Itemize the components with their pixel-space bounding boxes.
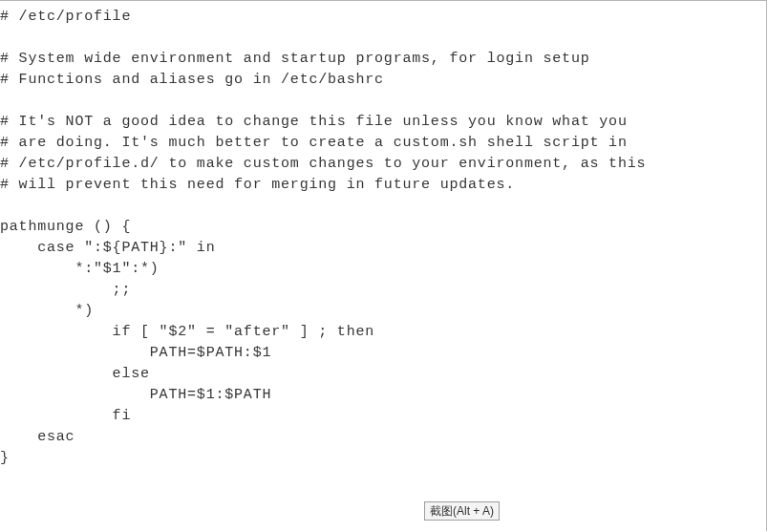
code-line: ;; xyxy=(0,282,131,298)
code-line: *) xyxy=(0,303,94,319)
code-line: PATH=$1:$PATH xyxy=(0,387,271,403)
code-line: # Functions and aliases go in /etc/bashr… xyxy=(0,72,384,88)
code-line: # are doing. It's much better to create … xyxy=(0,135,628,151)
screenshot-tooltip: 截图(Alt + A) xyxy=(424,501,500,521)
code-viewport: # /etc/profile # System wide environment… xyxy=(0,0,767,531)
code-line: # /etc/profile xyxy=(0,9,131,25)
code-line: case ":${PATH}:" in xyxy=(0,240,215,256)
code-line: if [ "$2" = "after" ] ; then xyxy=(0,324,374,340)
code-line: } xyxy=(0,450,10,466)
tooltip-label: 截图(Alt + A) xyxy=(430,504,494,518)
code-line: pathmunge () { xyxy=(0,219,131,235)
code-block: # /etc/profile # System wide environment… xyxy=(0,1,766,469)
code-line: # System wide environment and startup pr… xyxy=(0,51,590,67)
code-line: PATH=$PATH:$1 xyxy=(0,345,271,361)
code-line: fi xyxy=(0,408,131,424)
code-line: # /etc/profile.d/ to make custom changes… xyxy=(0,156,646,172)
code-line: *:"$1":*) xyxy=(0,261,160,277)
code-line: esac xyxy=(0,429,75,445)
code-line: # will prevent this need for merging in … xyxy=(0,177,515,193)
code-line: # It's NOT a good idea to change this fi… xyxy=(0,114,628,130)
code-line: else xyxy=(0,366,150,382)
